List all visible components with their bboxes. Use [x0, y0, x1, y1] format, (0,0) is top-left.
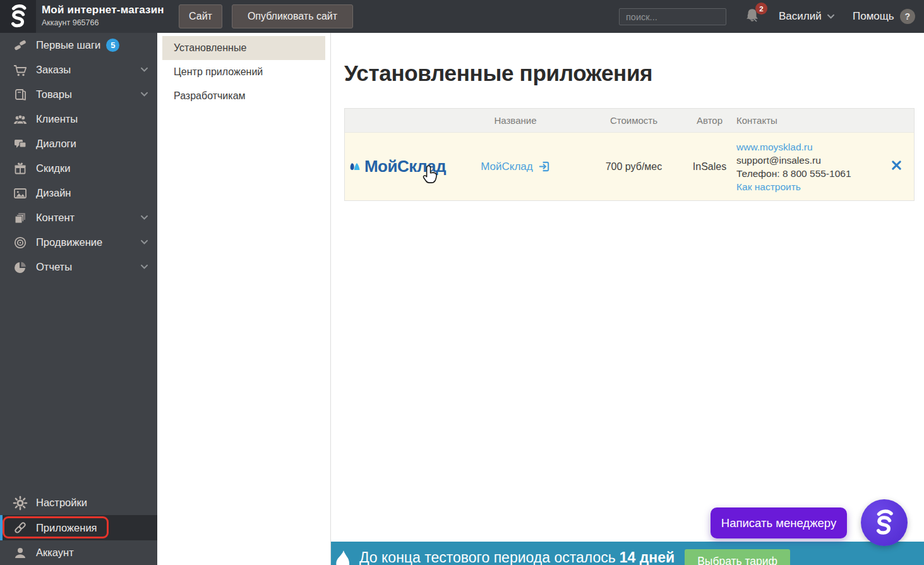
sidebar-item-design[interactable]: Дизайн [0, 181, 157, 205]
help-label: Помощь [853, 10, 894, 23]
trial-period-bar: До конца тестового периода осталось14 дн… [331, 542, 924, 565]
store-account: Аккаунт 965766 [42, 18, 164, 27]
chevron-down-icon [140, 215, 148, 221]
search-box[interactable] [619, 8, 726, 25]
header-price: Стоимость [585, 115, 683, 126]
moysklad-logo-text: МойСклад [364, 157, 446, 176]
chevron-down-icon [140, 240, 148, 245]
table-row: МойСклад МойСклад 700 руб/мес InSales ww… [345, 132, 914, 200]
insales-logo[interactable] [0, 0, 36, 33]
sidebar-item-settings[interactable]: Настройки [0, 490, 157, 515]
flame-icon [335, 550, 352, 565]
insales-s-icon [8, 4, 29, 29]
topbar: Мой интернет-магазин Аккаунт 965766 Сайт… [0, 0, 924, 33]
sidebar: Первые шаги 5 Заказы Товары [0, 33, 157, 565]
sidebar-item-first-steps[interactable]: Первые шаги 5 [0, 33, 157, 58]
user-menu[interactable]: Василий [779, 0, 835, 33]
app-name-cell[interactable]: МойСклад [446, 161, 585, 173]
sidebar-item-label: Аккаунт [36, 547, 74, 559]
remove-app-icon[interactable] [891, 160, 902, 171]
store-title: Мой интернет-магазин [42, 4, 164, 16]
sidebar-item-label: Диалоги [36, 138, 76, 150]
sidebar-item-label: Отчеты [36, 261, 72, 273]
apps-link-icon [13, 520, 28, 535]
user-name: Василий [779, 10, 822, 23]
sidebar-item-reports[interactable]: Отчеты [0, 255, 157, 279]
cart-icon [13, 63, 28, 78]
app-name-link[interactable]: МойСклад [481, 161, 533, 173]
reports-icon [13, 260, 28, 275]
sidebar-item-label: Товары [36, 88, 72, 100]
active-item-indicator [0, 515, 3, 540]
page-title: Установленные приложения [344, 61, 652, 86]
moysklad-logo[interactable]: МойСклад [345, 156, 446, 177]
sidebar-item-content[interactable]: Контент [0, 205, 157, 230]
open-app-icon[interactable] [538, 161, 550, 173]
sidebar-item-discounts[interactable]: Скидки [0, 156, 157, 181]
publish-site-button[interactable]: Опубликовать сайт [232, 4, 353, 28]
sidebar-item-label: Дизайн [36, 187, 71, 199]
trial-text: До конца тестового периода осталось14 дн… [359, 549, 675, 565]
help-menu[interactable]: Помощь ? [853, 0, 915, 33]
sidebar-item-apps[interactable]: Приложения [0, 515, 157, 540]
chevron-down-icon [827, 14, 835, 20]
contact-phone: Телефон: 8 800 555-1061 [736, 167, 891, 180]
gift-icon [13, 161, 28, 176]
notifications-bell[interactable]: 2 [744, 6, 765, 28]
steps-icon [13, 38, 28, 53]
sidebar-item-label: Приложения [36, 522, 97, 534]
trial-days-left: 14 дней [620, 549, 675, 565]
sidebar-item-promotion[interactable]: Продвижение [0, 230, 157, 255]
header-author: Автор [683, 115, 736, 126]
sidebar-item-label: Первые шаги [36, 39, 100, 51]
sidebar-item-orders[interactable]: Заказы [0, 58, 157, 82]
remove-app-cell [891, 160, 914, 173]
notifications-badge: 2 [755, 3, 767, 15]
site-button[interactable]: Сайт [179, 4, 222, 28]
first-steps-badge: 5 [106, 39, 119, 52]
installed-apps-table: Название Стоимость Автор Контакты МойСкл… [344, 108, 915, 201]
app-author: InSales [683, 161, 736, 173]
header-name: Название [446, 115, 585, 126]
subnav-item-installed[interactable]: Установленные [162, 36, 325, 60]
insales-s-icon [872, 509, 896, 537]
sidebar-item-clients[interactable]: Клиенты [0, 107, 157, 131]
subnav-item-app-center[interactable]: Центр приложений [162, 60, 325, 84]
sidebar-item-label: Клиенты [36, 113, 78, 125]
content-icon [13, 210, 28, 226]
account-icon [13, 545, 28, 561]
header-contacts: Контакты [736, 115, 891, 126]
contact-email: support@insales.ru [736, 154, 891, 167]
sidebar-bottom-group: Настройки Приложения Аккаунт [0, 490, 157, 565]
sidebar-item-label: Продвижение [36, 236, 102, 248]
main-content: Установленные приложения Название Стоимо… [331, 33, 924, 565]
sidebar-item-label: Заказы [36, 64, 71, 76]
app-contacts-cell: www.moysklad.ru support@insales.ru Телеф… [736, 140, 891, 193]
store-block: Мой интернет-магазин Аккаунт 965766 [42, 4, 164, 27]
contact-website-link[interactable]: www.moysklad.ru [736, 142, 813, 152]
promotion-icon [13, 235, 28, 250]
sidebar-item-label: Контент [36, 212, 75, 224]
clients-icon [13, 112, 28, 127]
chevron-down-icon [140, 92, 148, 97]
help-question-icon: ? [900, 9, 915, 24]
app-price: 700 руб/мес [585, 161, 683, 173]
moysklad-logo-icon [349, 156, 361, 177]
how-to-configure-link[interactable]: Как настроить [736, 181, 801, 192]
sidebar-item-products[interactable]: Товары [0, 82, 157, 107]
choose-tariff-button[interactable]: Выбрать тариф [685, 549, 790, 565]
sidebar-item-label: Скидки [36, 162, 70, 174]
chat-widget-button[interactable] [861, 499, 908, 546]
design-icon [13, 186, 28, 201]
sidebar-item-dialogs[interactable]: Диалоги [0, 131, 157, 156]
settings-icon [13, 495, 28, 511]
sidebar-item-account[interactable]: Аккаунт [0, 540, 157, 565]
dialogs-icon [13, 137, 28, 152]
subnav-item-developers[interactable]: Разработчикам [162, 84, 325, 108]
apps-subnav: Установленные Центр приложений Разработч… [157, 33, 331, 565]
table-header-row: Название Стоимость Автор Контакты [345, 109, 914, 132]
products-icon [13, 87, 28, 102]
search-input[interactable] [620, 12, 747, 22]
write-to-manager-button[interactable]: Написать менеджеру [711, 507, 847, 538]
chevron-down-icon [140, 264, 148, 270]
